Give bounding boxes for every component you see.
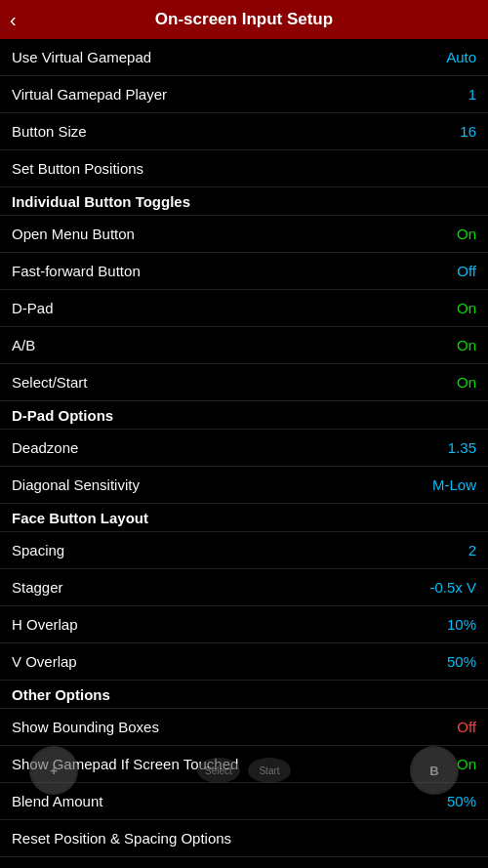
row-label-show-gamepad-if-screen-touched: Show Gamepad If Screen Touched bbox=[12, 756, 238, 772]
row-value-d-pad: On bbox=[457, 300, 476, 316]
row-set-button-positions[interactable]: Set Button Positions bbox=[0, 150, 488, 187]
row-value-blend-amount: 50% bbox=[447, 793, 476, 809]
row-value-stagger: -0.5x V bbox=[429, 579, 476, 596]
row-label-ab: A/B bbox=[12, 337, 35, 353]
section-label-other-options: Other Options bbox=[12, 686, 110, 703]
row-show-bounding-boxes[interactable]: Show Bounding BoxesOff bbox=[0, 709, 488, 746]
section-label-individual-button-toggles: Individual Button Toggles bbox=[12, 193, 190, 210]
row-value-show-gamepad-if-screen-touched: On bbox=[457, 756, 476, 772]
section-label-face-button-layout: Face Button Layout bbox=[12, 510, 148, 526]
row-value-button-size: 16 bbox=[460, 123, 476, 140]
row-value-v-overlap: 50% bbox=[447, 653, 476, 670]
row-label-spacing: Spacing bbox=[12, 542, 64, 558]
row-reset-position-spacing[interactable]: Reset Position & Spacing Options bbox=[0, 820, 488, 857]
header: ‹ On-screen Input Setup bbox=[0, 0, 488, 39]
row-value-spacing: 2 bbox=[468, 542, 476, 558]
row-show-gamepad-if-screen-touched[interactable]: Show Gamepad If Screen TouchedOn bbox=[0, 746, 488, 783]
row-value-select-start: On bbox=[457, 374, 476, 391]
row-h-overlap[interactable]: H Overlap10% bbox=[0, 606, 488, 643]
row-button-size[interactable]: Button Size16 bbox=[0, 113, 488, 150]
row-value-virtual-gamepad-player: 1 bbox=[468, 86, 476, 103]
row-label-v-overlap: V Overlap bbox=[12, 653, 77, 670]
content-area: Use Virtual GamepadAutoVirtual Gamepad P… bbox=[0, 39, 488, 857]
section-label-dpad-options: D-Pad Options bbox=[12, 407, 113, 424]
row-value-show-bounding-boxes: Off bbox=[457, 719, 476, 735]
row-stagger[interactable]: Stagger-0.5x V bbox=[0, 569, 488, 606]
row-value-open-menu-button: On bbox=[457, 226, 476, 242]
section-individual-button-toggles: Individual Button Toggles bbox=[0, 187, 488, 216]
row-label-stagger: Stagger bbox=[12, 579, 63, 596]
row-open-menu-button[interactable]: Open Menu ButtonOn bbox=[0, 216, 488, 253]
row-label-open-menu-button: Open Menu Button bbox=[12, 226, 135, 242]
row-label-set-button-positions: Set Button Positions bbox=[12, 160, 143, 177]
back-button[interactable]: ‹ bbox=[10, 9, 17, 31]
row-value-deadzone: 1.35 bbox=[448, 439, 476, 456]
section-face-button-layout: Face Button Layout bbox=[0, 504, 488, 532]
row-label-d-pad: D-Pad bbox=[12, 300, 54, 316]
row-select-start[interactable]: Select/StartOn bbox=[0, 364, 488, 401]
row-value-ab: On bbox=[457, 337, 476, 353]
row-fast-forward-button[interactable]: Fast-forward ButtonOff bbox=[0, 253, 488, 290]
section-other-options: Other Options bbox=[0, 681, 488, 709]
row-virtual-gamepad-player[interactable]: Virtual Gamepad Player1 bbox=[0, 76, 488, 113]
row-d-pad[interactable]: D-PadOn bbox=[0, 290, 488, 327]
row-label-use-virtual-gamepad: Use Virtual Gamepad bbox=[12, 49, 151, 65]
row-spacing[interactable]: Spacing2 bbox=[0, 532, 488, 569]
row-v-overlap[interactable]: V Overlap50% bbox=[0, 643, 488, 681]
row-value-fast-forward-button: Off bbox=[457, 263, 476, 279]
row-label-show-bounding-boxes: Show Bounding Boxes bbox=[12, 719, 159, 735]
page-title: On-screen Input Setup bbox=[0, 10, 488, 29]
row-blend-amount[interactable]: Blend Amount50% bbox=[0, 783, 488, 820]
row-label-button-size: Button Size bbox=[12, 123, 87, 140]
row-label-h-overlap: H Overlap bbox=[12, 616, 78, 633]
row-label-diagonal-sensitivity: Diagonal Sensitivity bbox=[12, 476, 140, 493]
row-deadzone[interactable]: Deadzone1.35 bbox=[0, 430, 488, 467]
row-use-virtual-gamepad[interactable]: Use Virtual GamepadAuto bbox=[0, 39, 488, 76]
row-diagonal-sensitivity[interactable]: Diagonal SensitivityM-Low bbox=[0, 467, 488, 504]
row-value-diagonal-sensitivity: M-Low bbox=[432, 476, 476, 493]
section-dpad-options: D-Pad Options bbox=[0, 401, 488, 430]
row-value-use-virtual-gamepad: Auto bbox=[446, 49, 476, 65]
row-label-deadzone: Deadzone bbox=[12, 439, 78, 456]
row-label-virtual-gamepad-player: Virtual Gamepad Player bbox=[12, 86, 167, 103]
row-label-select-start: Select/Start bbox=[12, 374, 88, 391]
row-label-blend-amount: Blend Amount bbox=[12, 793, 102, 809]
row-label-reset-position-spacing: Reset Position & Spacing Options bbox=[12, 830, 231, 847]
row-value-h-overlap: 10% bbox=[447, 616, 476, 633]
row-ab[interactable]: A/BOn bbox=[0, 327, 488, 364]
row-label-fast-forward-button: Fast-forward Button bbox=[12, 263, 141, 279]
